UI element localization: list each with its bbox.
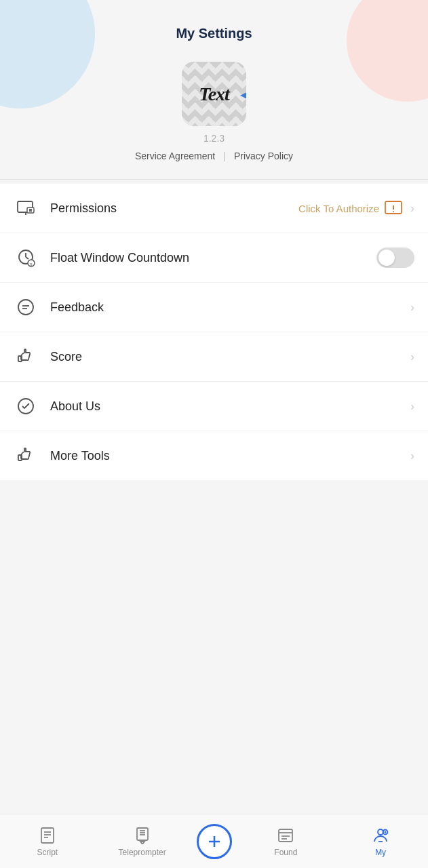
- app-icon-background: Text: [182, 62, 246, 126]
- permissions-right: Click To Authorize ›: [298, 201, 414, 216]
- settings-item-permissions[interactable]: Permissions Click To Authorize ›: [0, 184, 428, 233]
- nav-item-add[interactable]: [197, 824, 232, 859]
- app-icon: Text ◀: [182, 62, 246, 126]
- app-icon-arrow: ◀: [240, 87, 246, 100]
- about-us-chevron: ›: [410, 399, 414, 414]
- top-section-divider: [0, 179, 428, 180]
- feedback-label: Feedback: [50, 300, 408, 315]
- nav-item-script[interactable]: Script: [0, 826, 95, 857]
- permissions-chevron: ›: [410, 201, 414, 216]
- authorize-text: Click To Authorize: [298, 203, 379, 214]
- about-us-right: ›: [408, 399, 414, 414]
- more-tools-chevron: ›: [410, 449, 414, 463]
- add-button[interactable]: [197, 824, 232, 859]
- script-nav-label: Script: [37, 848, 58, 857]
- score-chevron: ›: [410, 350, 414, 364]
- settings-item-about-us[interactable]: About Us ›: [0, 382, 428, 431]
- feedback-icon: [14, 295, 38, 319]
- svg-point-38: [385, 831, 387, 833]
- svg-rect-24: [137, 828, 148, 840]
- found-icon: [276, 826, 295, 845]
- bottom-padding: [0, 480, 428, 541]
- page-title: My Settings: [14, 26, 414, 41]
- script-icon: [38, 826, 57, 845]
- settings-item-more-tools[interactable]: More Tools ›: [0, 431, 428, 480]
- app-icon-section: Text ◀ 1.2.3 Service Agreement | Privacy…: [0, 55, 428, 175]
- score-right: ›: [408, 350, 414, 364]
- bottom-nav: Script Teleprompter: [0, 814, 428, 868]
- nav-item-found[interactable]: Found: [239, 826, 334, 857]
- found-nav-label: Found: [274, 848, 297, 857]
- feedback-right: ›: [408, 300, 414, 315]
- privacy-policy-link[interactable]: Privacy Policy: [234, 151, 293, 161]
- float-window-right[interactable]: [376, 248, 414, 268]
- score-label: Score: [50, 350, 408, 364]
- nav-item-my[interactable]: My: [333, 826, 428, 857]
- svg-rect-20: [41, 828, 54, 843]
- header: My Settings: [0, 0, 428, 55]
- settings-item-float-window[interactable]: $ Float Window Countdown: [0, 233, 428, 283]
- permissions-icon: [14, 196, 38, 220]
- svg-rect-19: [18, 455, 22, 460]
- nav-item-teleprompter[interactable]: Teleprompter: [95, 826, 190, 857]
- svg-marker-28: [140, 842, 144, 844]
- service-agreement-link[interactable]: Service Agreement: [135, 151, 215, 161]
- svg-point-8: [393, 211, 394, 212]
- authorize-warning-icon: [385, 201, 402, 216]
- feedback-chevron: ›: [410, 300, 414, 315]
- toggle-thumb: [378, 250, 395, 266]
- svg-line-11: [26, 257, 28, 259]
- version-number: 1.2.3: [203, 133, 225, 144]
- svg-rect-31: [279, 829, 292, 842]
- about-us-icon: [14, 394, 38, 418]
- float-window-toggle[interactable]: [376, 248, 414, 268]
- legal-links-row: Service Agreement | Privacy Policy: [135, 151, 293, 161]
- settings-item-score[interactable]: Score ›: [0, 332, 428, 382]
- permissions-label: Permissions: [50, 201, 298, 216]
- settings-item-feedback[interactable]: Feedback ›: [0, 283, 428, 332]
- svg-rect-17: [18, 356, 22, 361]
- svg-point-14: [18, 300, 33, 315]
- links-divider: |: [223, 151, 226, 161]
- app-icon-text: Text: [199, 83, 229, 105]
- float-window-icon: $: [14, 245, 38, 270]
- settings-list: Permissions Click To Authorize ›: [0, 184, 428, 480]
- float-window-label: Float Window Countdown: [50, 251, 376, 265]
- more-tools-label: More Tools: [50, 449, 408, 463]
- my-nav-label: My: [375, 848, 386, 857]
- score-icon: [14, 344, 38, 369]
- teleprompter-icon: [133, 826, 152, 845]
- about-us-label: About Us: [50, 399, 408, 414]
- more-tools-icon: [14, 443, 38, 468]
- svg-rect-3: [27, 208, 34, 213]
- my-icon: [371, 826, 390, 845]
- teleprompter-nav-label: Teleprompter: [119, 848, 166, 857]
- more-tools-right: ›: [408, 449, 414, 463]
